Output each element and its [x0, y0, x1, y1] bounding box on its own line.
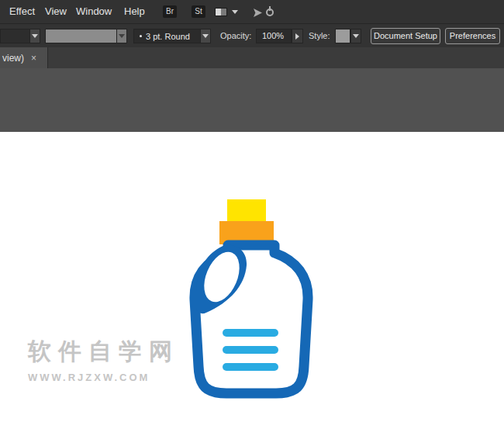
preferences-button[interactable]: Preferences — [445, 28, 500, 44]
illustrator-window: Effect View Window Help Br St 3 pt. Roun… — [0, 0, 504, 429]
bottle-cap[interactable] — [227, 199, 266, 223]
document-tab-label: view) — [2, 53, 24, 64]
chevron-down-icon — [202, 34, 209, 38]
stroke-color-dropdown[interactable] — [45, 29, 127, 43]
brush-preview-dot — [140, 35, 142, 37]
document-setup-button[interactable]: Document Setup — [371, 28, 440, 44]
label-stripe[interactable] — [223, 363, 278, 371]
workspace-switcher-icon[interactable] — [215, 8, 227, 16]
graphic-style-dropdown-button[interactable] — [350, 29, 361, 43]
document-tab[interactable]: view) × — [0, 47, 48, 68]
watermark-text-cn: 软件自学网 — [28, 336, 179, 368]
menu-bar: Effect View Window Help Br St — [0, 0, 504, 23]
tab-bar: view) × — [0, 47, 504, 68]
opacity-label: Opacity: — [220, 24, 251, 48]
fill-color-dropdown[interactable] — [0, 29, 40, 43]
chevron-down-icon — [32, 34, 38, 38]
opacity-input[interactable]: 100% — [256, 29, 292, 43]
menu-help[interactable]: Help — [124, 0, 145, 23]
chevron-down-icon — [353, 34, 359, 38]
brush-definition-value: 3 pt. Round — [146, 32, 190, 41]
menu-view[interactable]: View — [45, 0, 67, 23]
brush-definition-dropdown[interactable]: 3 pt. Round — [133, 29, 211, 43]
watermark: 软件自学网 WWW.RJZXW.COM — [28, 336, 179, 383]
power-icon[interactable] — [266, 9, 274, 16]
label-stripe[interactable] — [223, 329, 278, 337]
menu-window[interactable]: Window — [76, 0, 112, 23]
artwork-svg[interactable] — [178, 194, 326, 403]
share-icon[interactable] — [253, 7, 263, 21]
menu-effect[interactable]: Effect — [9, 0, 35, 23]
control-bar: 3 pt. Round Opacity: 100% Style: Documen… — [0, 23, 504, 47]
chevron-right-icon — [295, 33, 299, 40]
style-label: Style: — [309, 24, 330, 48]
opacity-expand-button[interactable] — [292, 29, 303, 43]
bridge-button[interactable]: Br — [163, 5, 177, 18]
chevron-down-icon — [119, 34, 125, 38]
canvas[interactable]: 软件自学网 WWW.RJZXW.COM — [0, 68, 504, 429]
chevron-down-icon[interactable] — [232, 10, 238, 14]
stock-button[interactable]: St — [192, 5, 205, 18]
graphic-style-swatch[interactable] — [335, 29, 350, 43]
watermark-text-url: WWW.RJZXW.COM — [28, 372, 179, 383]
close-icon[interactable]: × — [31, 53, 36, 64]
label-stripe[interactable] — [223, 346, 278, 354]
